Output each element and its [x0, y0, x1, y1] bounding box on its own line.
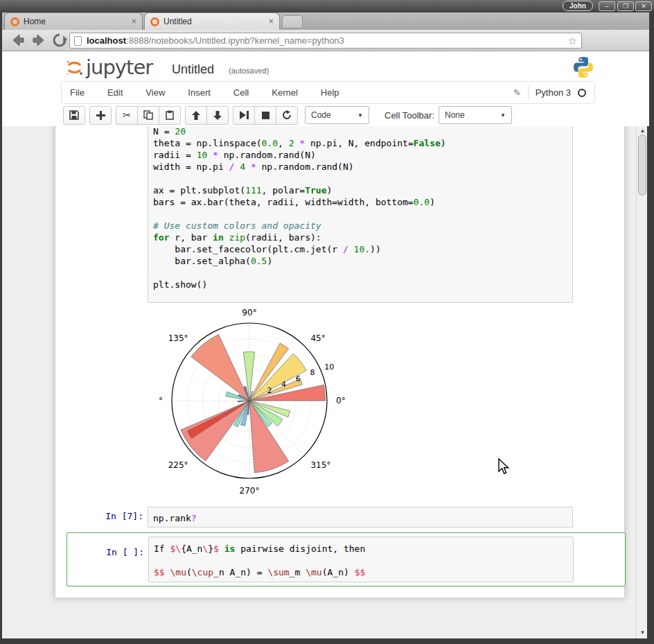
radial-tick-label: 2 [267, 386, 272, 395]
menu-cell[interactable]: Cell [233, 87, 249, 98]
browser-tab-home[interactable]: Home × [4, 12, 143, 30]
tab-label: Untitled [164, 17, 265, 26]
menu-edit[interactable]: Edit [107, 87, 123, 98]
code-line: bar.set_alpha(0.5) [153, 255, 572, 267]
kernel-status-icon [578, 89, 586, 97]
tab-label: Home [24, 17, 127, 26]
chevron-down-icon: ▼ [500, 112, 506, 119]
code-line [154, 555, 573, 566]
code-line: theta = np.linspace(0.0, 2 * np.pi, N, e… [153, 137, 572, 149]
cell-toolbar-select[interactable]: None▼ [439, 106, 512, 124]
copy-cell-button[interactable] [137, 106, 159, 125]
radial-tick-label: 10 [324, 363, 334, 372]
code-line [153, 267, 572, 279]
code-line: If $\{A_n\}$ is pairwise disjoint, then [154, 543, 573, 555]
code-line: plt.show() [153, 279, 572, 290]
angle-tick-label: 270° [240, 486, 260, 496]
angle-tick-label: 0° [336, 396, 346, 406]
polar-bar [191, 335, 249, 401]
menu-help[interactable]: Help [321, 87, 339, 98]
menu-file[interactable]: File [70, 87, 85, 98]
menu-kernel[interactable]: Kernel [272, 87, 298, 98]
menu-insert[interactable]: Insert [188, 87, 211, 98]
radial-tick-label: 8 [310, 368, 315, 377]
notebook-title[interactable]: Untitled [172, 62, 214, 77]
notebook-scroll-area[interactable]: N = 20theta = np.linspace(0.0, 2 * np.pi… [2, 126, 638, 638]
code-cell-input-7[interactable]: np.rank? [148, 507, 573, 528]
radial-tick-label: 6 [296, 374, 301, 383]
angle-tick-label: 90° [242, 308, 256, 317]
run-cell-button[interactable] [233, 106, 255, 125]
titlebar-user-label: John [563, 1, 593, 11]
cell-toolbar-label: Cell Toolbar: [385, 110, 434, 121]
url-path: :8888/notebooks/Untitled.ipynb?kernel_na… [126, 35, 344, 46]
angle-tick-label: 135° [168, 333, 188, 343]
notebook-container: N = 20theta = np.linspace(0.0, 2 * np.pi… [55, 126, 624, 598]
cut-cell-button[interactable]: ✂ [116, 106, 138, 125]
code-line [153, 173, 572, 184]
save-button[interactable] [63, 106, 85, 125]
polar-plot-output: 0°45°90°135°180°225°270°315°246810 [159, 308, 353, 503]
vertical-scrollbar[interactable]: ▲ ▼ [636, 126, 647, 638]
url-bar[interactable]: localhost:8888/notebooks/Untitled.ipynb?… [69, 33, 582, 49]
window-minimize-button[interactable]: – [599, 1, 615, 11]
code-line: $$ \mu(\cup_n A_n) = \sum_m \mu(A_n) $$ [154, 566, 573, 578]
jupyter-toolbar: ✂ Code▼ Cell Toolbar: None▼ [63, 105, 512, 125]
tab-close-icon[interactable]: × [269, 17, 274, 26]
window-frame [0, 12, 2, 644]
input-prompt: In [ ]: [84, 547, 144, 557]
browser-tab-untitled[interactable]: Untitled × [144, 12, 280, 30]
window-frame [649, 12, 654, 644]
latex-cell-input[interactable]: If $\{A_n\}$ is pairwise disjoint, then … [148, 537, 574, 582]
code-line: # Use custom colors and opacity [153, 220, 572, 232]
back-icon[interactable] [10, 33, 26, 48]
tab-close-icon[interactable]: × [132, 17, 136, 26]
bookmark-star-icon[interactable]: ☆ [568, 35, 577, 47]
code-cell-input[interactable]: N = 20theta = np.linspace(0.0, 2 * np.pi… [148, 126, 573, 303]
mouse-cursor [496, 458, 511, 475]
python-logo-icon [572, 55, 595, 79]
stop-kernel-button[interactable] [254, 106, 276, 125]
jupyter-logo-text: jupyter [86, 57, 152, 78]
code-line: N = 20 [153, 126, 572, 137]
kernel-name: Python 3 [536, 87, 571, 98]
code-line: np.rank? [153, 512, 572, 524]
radial-tick-label: 4 [281, 380, 286, 389]
add-cell-button[interactable] [89, 106, 112, 125]
browser-navbar: localhost:8888/notebooks/Untitled.ipynb?… [2, 30, 649, 51]
jupyter-menubar: File Edit View Insert Cell Kernel Help ✎… [61, 81, 595, 104]
autosave-status: (autosaved) [229, 67, 269, 75]
scroll-up-icon[interactable]: ▲ [639, 128, 646, 134]
paste-cell-button[interactable] [159, 106, 181, 125]
move-cell-down-button[interactable] [206, 106, 229, 125]
jupyter-logo[interactable]: jupyter [66, 57, 152, 78]
forward-icon[interactable] [31, 33, 46, 48]
scroll-down-icon[interactable]: ▼ [639, 629, 646, 636]
scrollbar-thumb[interactable] [638, 134, 646, 195]
input-prompt: In [7]: [83, 511, 143, 521]
restart-kernel-button[interactable] [276, 106, 298, 125]
new-tab-button[interactable] [282, 15, 303, 28]
menu-view[interactable]: View [145, 87, 165, 98]
window-close-button[interactable]: ✕ [635, 1, 652, 11]
url-text[interactable]: localhost:8888/notebooks/Untitled.ipynb?… [87, 35, 568, 46]
code-line: width = np.pi / 4 * np.random.rand(N) [153, 161, 572, 173]
code-line [153, 208, 572, 220]
move-cell-up-button[interactable] [185, 106, 207, 125]
window-titlebar: John – ❐ ✕ [0, 0, 654, 12]
angle-tick-label: 315° [310, 460, 330, 470]
window-frame [0, 638, 654, 644]
reload-icon[interactable] [52, 33, 67, 48]
window-maximize-button[interactable]: ❐ [617, 1, 634, 11]
selected-cell[interactable]: In [ ]: If $\{A_n\}$ is pairwise disjoin… [67, 532, 626, 586]
jupyter-header: jupyter Untitled (autosaved) File Edit V… [2, 51, 649, 126]
browser-tabstrip: Home × Untitled × [2, 12, 649, 30]
page-icon [74, 36, 82, 46]
code-line: ax = plt.subplot(111, polar=True) [153, 184, 572, 196]
code-line: bars = ax.bar(theta, radii, width=width,… [153, 196, 572, 208]
cell-type-select[interactable]: Code▼ [305, 106, 369, 124]
jupyter-favicon [150, 17, 159, 26]
angle-tick-label: 45° [310, 333, 325, 343]
jupyter-favicon [10, 17, 19, 26]
jupyter-logo-icon [66, 58, 83, 78]
